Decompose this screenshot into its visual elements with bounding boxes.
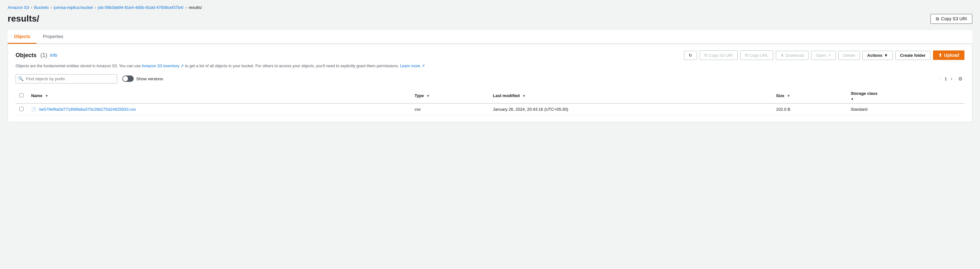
tab-properties[interactable]: Properties (37, 30, 70, 44)
breadcrumb-sep-1: › (31, 5, 32, 10)
create-folder-label: Create folder (900, 53, 925, 58)
search-input[interactable] (16, 74, 117, 84)
col-header-type[interactable]: Type ▼ (410, 89, 489, 103)
select-all-checkbox[interactable] (19, 93, 24, 97)
search-icon: 🔍 (18, 76, 24, 81)
col-header-size[interactable]: Size ▼ (772, 89, 847, 103)
type-sort-icon: ▼ (426, 94, 430, 98)
filter-row: 🔍 Show versions ‹ 1 › ⚙ (16, 74, 964, 84)
external-link-icon: ↗ (180, 64, 184, 68)
last-modified-sort-icon: ▼ (522, 94, 526, 98)
row-checkbox-cell (16, 103, 27, 116)
tabs-bar: Objects Properties (8, 30, 972, 44)
row-type: csv (414, 107, 421, 112)
create-folder-button[interactable]: Create folder (895, 51, 930, 60)
learn-more-icon: ↗ (422, 64, 425, 68)
copy-s3-uri-icon: ⧉ (704, 53, 707, 58)
next-page-button[interactable]: › (949, 75, 954, 82)
table-row: 📄 be579ef9a5d771866fa6a370c26b275d246259… (16, 103, 964, 116)
download-icon: ⬇ (781, 53, 784, 58)
breadcrumb-link-bucket[interactable]: jumisa-replica-bucket (54, 5, 93, 10)
breadcrumb-sep-3: › (95, 5, 96, 10)
breadcrumb-sep-4: › (185, 5, 187, 10)
row-storage-class-cell: Standard (847, 103, 964, 116)
toggle-track (122, 76, 134, 82)
upload-icon: ⬆ (939, 53, 942, 58)
show-versions-toggle[interactable]: Show versions (122, 76, 163, 82)
refresh-icon: ↻ (689, 53, 692, 58)
breadcrumb-link-s3[interactable]: Amazon S3 (8, 5, 29, 10)
copy-s3-uri-toolbar-button[interactable]: ⧉ Copy S3 URI (700, 51, 738, 60)
copy-s3-uri-button[interactable]: ⧉ Copy S3 URI (931, 14, 972, 24)
page-number: 1 (945, 76, 947, 81)
download-button[interactable]: ⬇ Download (776, 51, 809, 60)
actions-button[interactable]: Actions ▼ (862, 51, 893, 60)
copy-url-label: Copy URL (749, 53, 768, 58)
upload-button[interactable]: ⬆ Upload (933, 51, 964, 60)
breadcrumb-link-buckets[interactable]: Buckets (34, 5, 49, 10)
row-type-cell: csv (410, 103, 489, 116)
page-title: results/ (8, 14, 40, 24)
breadcrumb: Amazon S3 › Buckets › jumisa-replica-buc… (8, 5, 972, 10)
objects-table: Name ▼ Type ▼ Last modified ▼ (16, 89, 964, 116)
objects-title: Objects (16, 52, 37, 59)
copy-icon: ⧉ (936, 16, 939, 22)
name-sort-icon: ▼ (45, 94, 48, 98)
open-button[interactable]: Open ↗ (811, 51, 836, 60)
delete-label: Delete (843, 53, 855, 58)
col-header-last-modified[interactable]: Last modified ▼ (489, 89, 772, 103)
learn-more-link[interactable]: Learn more ↗ (400, 64, 425, 68)
row-size: 102.0 B (776, 107, 791, 112)
download-label: Download (786, 53, 804, 58)
col-header-name[interactable]: Name ▼ (27, 89, 410, 103)
table-header-row: Name ▼ Type ▼ Last modified ▼ (16, 89, 964, 103)
search-wrapper: 🔍 (16, 74, 117, 84)
objects-toolbar: Objects (1) Info ↻ ⧉ Copy S3 URI ⧉ Copy … (16, 51, 964, 60)
toggle-thumb (123, 76, 128, 81)
copy-s3-uri-toolbar-label: Copy S3 URI (709, 53, 733, 58)
objects-description: Objects are the fundamental entities sto… (16, 63, 964, 69)
file-link[interactable]: be579ef9a5d771866fa6a370c26b275d24625933… (40, 107, 136, 112)
row-storage-class: Standard (851, 107, 868, 112)
select-all-header (16, 89, 27, 103)
open-icon: ↗ (827, 53, 831, 58)
info-link[interactable]: Info (50, 53, 57, 58)
page-header: results/ ⧉ Copy S3 URI (8, 14, 972, 24)
actions-label: Actions (867, 53, 883, 58)
pagination-row: ‹ 1 › ⚙ (937, 75, 964, 82)
content-card: Objects (1) Info ↻ ⧉ Copy S3 URI ⧉ Copy … (8, 44, 972, 122)
tab-objects[interactable]: Objects (8, 30, 37, 44)
prev-page-button[interactable]: ‹ (937, 75, 943, 82)
row-last-modified: January 26, 2024, 20:43:16 (UTC+05:30) (493, 107, 568, 112)
breadcrumb-current: results/ (189, 5, 202, 10)
copy-url-button[interactable]: ⧉ Copy URL (740, 51, 773, 60)
upload-label: Upload (944, 53, 959, 58)
breadcrumb-link-job[interactable]: job-59b3de94-91e4-4d5b-81dd-47658cef37b4… (98, 5, 183, 10)
delete-button[interactable]: Delete (838, 51, 860, 60)
col-header-storage-class[interactable]: Storage class (847, 89, 964, 103)
file-icon: 📄 (31, 107, 36, 112)
open-label: Open (816, 53, 826, 58)
size-sort-icon: ▼ (787, 94, 791, 98)
show-versions-label: Show versions (136, 76, 163, 81)
table-settings-button[interactable]: ⚙ (956, 75, 964, 82)
copy-s3-uri-label: Copy S3 URI (941, 16, 967, 21)
amazon-s3-inventory-link[interactable]: Amazon S3 inventory ↗ (142, 64, 185, 68)
actions-chevron-icon: ▼ (884, 53, 888, 58)
objects-count: (1) (40, 52, 47, 59)
row-name-cell: 📄 be579ef9a5d771866fa6a370c26b275d246259… (27, 103, 410, 116)
row-last-modified-cell: January 26, 2024, 20:43:16 (UTC+05:30) (489, 103, 772, 116)
copy-url-icon: ⧉ (745, 53, 748, 58)
breadcrumb-sep-2: › (51, 5, 52, 10)
row-size-cell: 102.0 B (772, 103, 847, 116)
refresh-button[interactable]: ↻ (684, 51, 697, 60)
row-checkbox[interactable] (19, 107, 24, 111)
